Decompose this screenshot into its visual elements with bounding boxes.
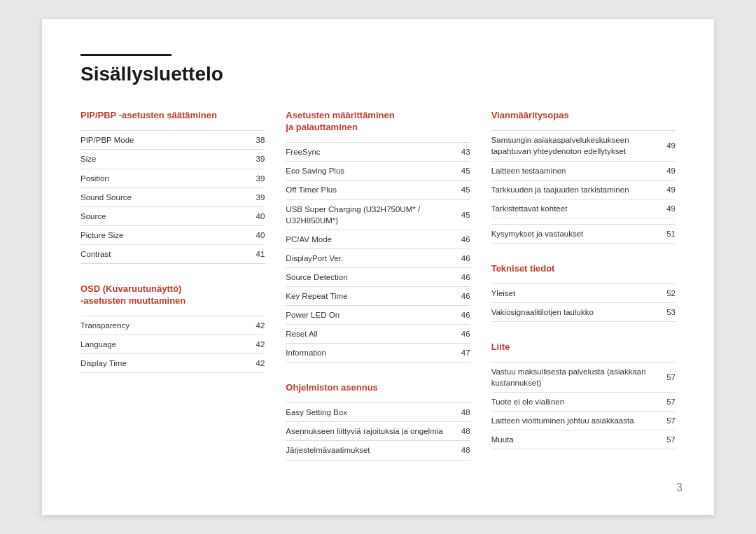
entry-num: 46: [449, 286, 470, 305]
vianmaaritys-extra-table: Kysymykset ja vastaukset 51: [491, 224, 676, 244]
entry-label: Source: [80, 206, 244, 225]
entry-num: 57: [654, 430, 676, 449]
asetukset-section-title: Asetusten määrittäminenja palauttaminen: [286, 110, 470, 134]
entry-label: Contrast: [80, 244, 244, 263]
entry-label: FreeSync: [286, 143, 449, 162]
entry-label: Sound Source: [80, 188, 244, 206]
ohjelmisto-section: Ohjelmiston asennus Easy Setting Box 48 …: [286, 382, 470, 460]
table-row: Power LED On 46: [286, 306, 470, 325]
entry-num: 45: [449, 162, 470, 181]
entry-num: 42: [244, 316, 265, 335]
table-row: DisplayPort Ver. 46: [286, 248, 470, 267]
entry-label: Järjestelmävaatimukset: [286, 441, 449, 460]
entry-label: Eco Saving Plus: [286, 162, 449, 181]
entry-num: 57: [654, 412, 676, 430]
vianmaaritys-section: Vianmääritysopas Samsungin asiakaspalvel…: [491, 110, 676, 243]
table-row: FreeSync 43: [286, 143, 470, 162]
table-row: Off Timer Plus 45: [286, 181, 470, 199]
pip-section: PIP/PBP -asetusten säätäminen PIP/PBP Mo…: [80, 110, 265, 264]
ohjelmisto-table: Easy Setting Box 48 Asennukseen liittyvi…: [286, 402, 470, 460]
entry-num: 46: [449, 325, 470, 344]
entry-label: Tarkkuuden ja taajuuden tarkistaminen: [491, 180, 654, 199]
liite-table: Vastuu maksullisesta palvelusta (asiakka…: [491, 362, 676, 449]
table-row: Transparency 42: [80, 316, 265, 335]
table-row: Järjestelmävaatimukset 48: [286, 441, 470, 460]
entry-label: Samsungin asiakaspalvelukeskukseen tapah…: [491, 131, 654, 161]
table-row: Picture Size 40: [80, 225, 265, 244]
entry-num: 40: [244, 225, 265, 244]
entry-num: 48: [449, 441, 470, 460]
asetukset-section: Asetusten määrittäminenja palauttaminen …: [286, 110, 470, 363]
table-row: Information 47: [286, 344, 470, 363]
table-row: Language 42: [80, 335, 265, 353]
page: Sisällysluettelo PIP/PBP -asetusten säät…: [42, 19, 714, 514]
table-row: Tuote ei ole viallinen 57: [491, 393, 676, 412]
entry-num: 42: [244, 353, 265, 372]
entry-num: 43: [449, 143, 470, 162]
table-row: Source Detection 46: [286, 267, 470, 286]
ohjelmisto-section-title: Ohjelmiston asennus: [286, 382, 470, 394]
table-row: Size 39: [80, 150, 265, 169]
vianmaaritys-section-title: Vianmääritysopas: [491, 110, 676, 122]
entry-label: Picture Size: [80, 225, 244, 244]
entry-num: 39: [244, 150, 265, 169]
table-row: Easy Setting Box 48: [286, 403, 470, 422]
entry-label: USB Super Charging (U32H750UM* /U32H850U…: [286, 199, 449, 230]
entry-label: Off Timer Plus: [286, 181, 449, 199]
column-2: Asetusten määrittäminenja palauttaminen …: [286, 110, 491, 479]
entry-num: 46: [449, 248, 470, 267]
pip-table: PIP/PBP Mode 38 Size 39 Position 39 Soun…: [80, 130, 265, 264]
table-row: Display Time 42: [80, 353, 265, 372]
entry-num: 53: [654, 302, 676, 321]
entry-num: 45: [449, 181, 470, 199]
entry-num: 49: [654, 180, 676, 199]
entry-label: DisplayPort Ver.: [286, 248, 449, 267]
table-row: Laitteen testaaminen 49: [491, 161, 676, 180]
entry-num: 49: [654, 199, 676, 218]
entry-num: 57: [654, 362, 676, 392]
table-row: Samsungin asiakaspalvelukeskukseen tapah…: [491, 131, 676, 161]
entry-num: 57: [654, 393, 676, 412]
entry-num: 49: [654, 161, 676, 180]
content-columns: PIP/PBP -asetusten säätäminen PIP/PBP Mo…: [80, 110, 676, 479]
column-1: PIP/PBP -asetusten säätäminen PIP/PBP Mo…: [80, 110, 286, 479]
entry-num: 48: [449, 422, 470, 441]
entry-label: Power LED On: [286, 306, 449, 325]
pip-section-title: PIP/PBP -asetusten säätäminen: [80, 110, 265, 122]
entry-label: Laitteen testaaminen: [491, 161, 654, 180]
table-row: PIP/PBP Mode 38: [80, 131, 265, 150]
entry-num: 39: [244, 188, 265, 206]
entry-label: Key Repeat Time: [286, 286, 449, 305]
entry-label: PC/AV Mode: [286, 230, 449, 248]
table-row: Muuta 57: [491, 430, 676, 449]
entry-label: Information: [286, 344, 449, 363]
liite-section: Liite Vastuu maksullisesta palvelusta (a…: [491, 342, 676, 449]
entry-num: 46: [449, 267, 470, 286]
entry-num: 38: [244, 131, 265, 150]
table-row: Eco Saving Plus 45: [286, 162, 470, 181]
table-row: Vastuu maksullisesta palvelusta (asiakka…: [491, 362, 676, 392]
entry-num: 48: [449, 403, 470, 422]
column-3: Vianmääritysopas Samsungin asiakaspalvel…: [491, 110, 676, 479]
entry-label: Transparency: [80, 316, 244, 335]
entry-num: 45: [449, 199, 470, 230]
entry-label: Vakiosignaalitilotjen taulukko: [491, 302, 654, 321]
entry-num: 42: [244, 335, 265, 353]
table-row: Yleiset 52: [491, 283, 676, 302]
asetukset-table: FreeSync 43 Eco Saving Plus 45 Off Timer…: [286, 142, 470, 363]
tekniset-section-title: Tekniset tiedot: [491, 263, 676, 275]
table-row: Vakiosignaalitilotjen taulukko 53: [491, 302, 676, 321]
page-title: Sisällysluettelo: [80, 63, 676, 85]
table-row: Source 40: [80, 206, 265, 225]
table-row: Asennukseen liittyviä rajoituksia ja ong…: [286, 422, 470, 441]
liite-section-title: Liite: [491, 342, 676, 353]
tekniset-section: Tekniset tiedot Yleiset 52 Vakiosignaali…: [491, 263, 676, 322]
entry-label: Tarkistettavat kohteet: [491, 199, 654, 218]
entry-label: PIP/PBP Mode: [80, 131, 244, 150]
table-row: Kysymykset ja vastaukset 51: [491, 224, 676, 243]
table-row: USB Super Charging (U32H750UM* /U32H850U…: [286, 199, 470, 230]
entry-num: 49: [654, 131, 676, 161]
table-row: Sound Source 39: [80, 188, 265, 206]
entry-label: Tuote ei ole viallinen: [491, 393, 654, 412]
entry-num: 47: [449, 344, 470, 363]
